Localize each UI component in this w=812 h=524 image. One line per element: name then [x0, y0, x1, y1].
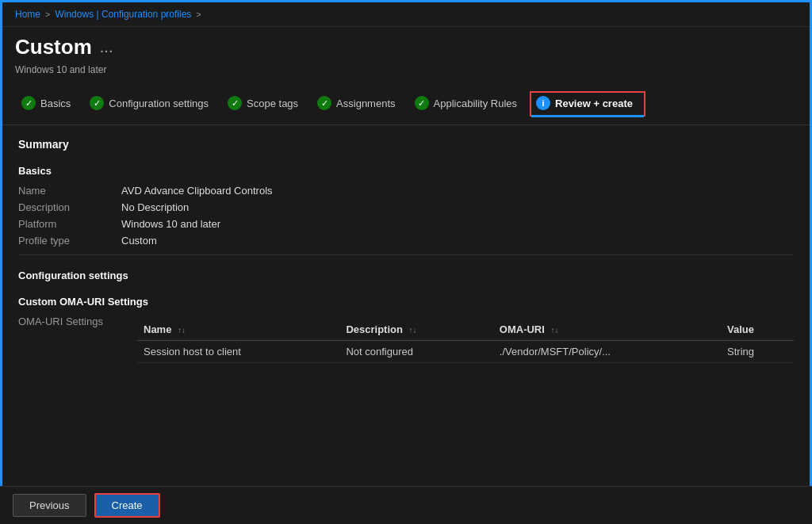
sort-name-icon[interactable]: ↑↓ — [178, 326, 186, 335]
content-area: Summary Basics Name AVD Advance Clipboar… — [2, 125, 810, 382]
field-platform-label: Platform — [18, 218, 121, 230]
wizard-tabs: ✓ Basics ✓ Configuration settings ✓ Scop… — [2, 83, 810, 125]
custom-oma-title: Custom OMA-URI Settings — [18, 296, 794, 308]
sort-description-icon[interactable]: ↑↓ — [409, 326, 417, 335]
field-name-label: Name — [18, 185, 121, 197]
tab-assignments-label: Assignments — [336, 98, 395, 109]
tab-applicability-label: Applicability Rules — [434, 98, 518, 109]
create-button[interactable]: Create — [94, 493, 160, 518]
check-icon-assignments: ✓ — [317, 96, 331, 110]
table-header: Name ↑↓ Description ↑↓ OMA-URI ↑↓ — [137, 319, 794, 341]
field-name: Name AVD Advance Clipboard Controls — [18, 185, 794, 197]
tab-applicability-rules[interactable]: ✓ Applicability Rules — [408, 91, 530, 117]
field-description: Description No Description — [18, 201, 794, 213]
table-row: Session host to client Not configured ./… — [137, 341, 794, 363]
cell-description: Not configured — [339, 341, 492, 363]
col-value: Value — [721, 319, 794, 341]
field-description-label: Description — [18, 201, 121, 213]
cell-oma-uri: ./Vendor/MSFT/Policy/... — [493, 341, 721, 363]
page-header: Custom ... — [2, 27, 810, 64]
col-name: Name ↑↓ — [137, 319, 339, 341]
tab-basics[interactable]: ✓ Basics — [15, 91, 83, 117]
col-description: Description ↑↓ — [339, 319, 492, 341]
cell-name: Session host to client — [137, 341, 339, 363]
breadcrumb: Home > Windows | Configuration profiles … — [2, 2, 810, 27]
tab-configuration-settings[interactable]: ✓ Configuration settings — [83, 91, 221, 117]
cell-value: String — [721, 341, 794, 363]
field-platform-value: Windows 10 and later — [121, 218, 220, 230]
oma-uri-section: Custom OMA-URI Settings OMA-URI Settings… — [18, 296, 794, 363]
tab-basics-label: Basics — [40, 98, 71, 109]
previous-button[interactable]: Previous — [13, 494, 86, 517]
breadcrumb-sep2: > — [196, 10, 201, 19]
breadcrumb-sep1: > — [45, 10, 50, 19]
basics-subsection-title: Basics — [18, 165, 794, 177]
divider-1 — [18, 254, 794, 255]
tab-scope-label: Scope tags — [247, 98, 298, 109]
tab-configuration-label: Configuration settings — [109, 98, 209, 109]
field-name-value: AVD Advance Clipboard Controls — [121, 185, 273, 197]
tab-scope-tags[interactable]: ✓ Scope tags — [221, 91, 311, 117]
check-icon-scope: ✓ — [228, 96, 242, 110]
tab-review-create[interactable]: i Review + create — [530, 91, 645, 117]
sort-oma-icon[interactable]: ↑↓ — [550, 326, 558, 335]
field-profile-type: Profile type Custom — [18, 235, 794, 247]
oma-table-container: Name ↑↓ Description ↑↓ OMA-URI ↑↓ — [137, 316, 794, 363]
page-menu-icon[interactable]: ... — [100, 38, 113, 56]
oma-table: Name ↑↓ Description ↑↓ OMA-URI ↑↓ — [137, 319, 794, 363]
oma-uri-settings-label: OMA-URI Settings — [18, 316, 121, 327]
field-profile-type-value: Custom — [121, 235, 157, 247]
field-profile-type-label: Profile type — [18, 235, 121, 247]
tab-review-label: Review + create — [555, 98, 633, 109]
check-icon-basics: ✓ — [21, 96, 36, 110]
page-subtitle: Windows 10 and later — [2, 64, 810, 83]
footer: Previous Create — [0, 486, 812, 524]
info-icon-review: i — [536, 96, 550, 110]
oma-uri-row: OMA-URI Settings Name ↑↓ Description ↑↓ — [18, 316, 794, 363]
tab-assignments[interactable]: ✓ Assignments — [311, 91, 408, 117]
field-description-value: No Description — [121, 201, 189, 213]
summary-section-title: Summary — [18, 138, 794, 151]
breadcrumb-section[interactable]: Windows | Configuration profiles — [55, 9, 191, 20]
breadcrumb-home[interactable]: Home — [15, 9, 40, 20]
check-icon-applicability: ✓ — [415, 96, 429, 110]
check-icon-configuration: ✓ — [90, 96, 104, 110]
page-title: Custom — [15, 35, 92, 59]
field-platform: Platform Windows 10 and later — [18, 218, 794, 230]
table-body: Session host to client Not configured ./… — [137, 341, 794, 363]
col-oma-uri: OMA-URI ↑↓ — [493, 319, 721, 341]
config-settings-title: Configuration settings — [18, 270, 794, 281]
